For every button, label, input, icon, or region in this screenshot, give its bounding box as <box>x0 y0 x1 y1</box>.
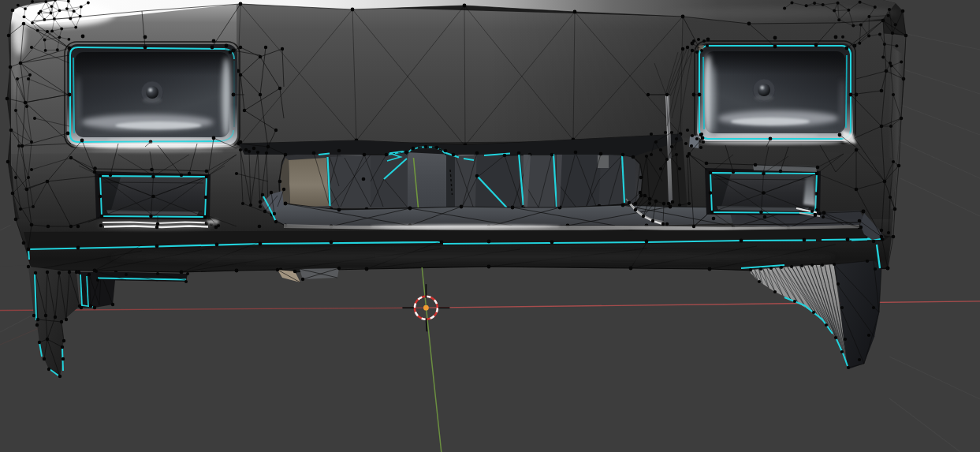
mesh-vertex[interactable] <box>274 129 278 132</box>
mesh-vertex[interactable] <box>810 210 814 213</box>
mesh-vertex[interactable] <box>851 24 855 28</box>
cursor-origin-dot[interactable] <box>423 305 429 311</box>
mesh-vertex[interactable] <box>155 226 159 230</box>
mesh-vertex[interactable] <box>46 271 49 274</box>
mesh-vertex[interactable] <box>385 153 389 157</box>
mesh-vertex[interactable] <box>99 224 103 228</box>
mesh-vertex[interactable] <box>17 144 20 148</box>
mesh-vertex[interactable] <box>866 260 869 263</box>
mesh-vertex[interactable] <box>793 300 796 303</box>
mesh-vertex[interactable] <box>650 153 653 156</box>
mesh-vertex[interactable] <box>628 201 631 204</box>
mesh-vertex[interactable] <box>783 7 786 10</box>
mesh-vertex[interactable] <box>76 246 80 250</box>
mesh-vertex[interactable] <box>60 320 63 323</box>
mesh-vertex[interactable] <box>16 77 19 80</box>
mesh-vertex[interactable] <box>895 44 898 47</box>
mesh-vertex[interactable] <box>61 357 65 360</box>
mesh-vertex[interactable] <box>276 268 279 271</box>
mesh-vertex[interactable] <box>56 48 59 51</box>
mesh-vertex[interactable] <box>278 180 282 184</box>
mesh-vertex[interactable] <box>87 2 90 5</box>
mesh-vertex[interactable] <box>263 210 266 213</box>
mesh-vertex[interactable] <box>867 35 870 38</box>
mesh-vertex[interactable] <box>7 34 11 38</box>
mesh-vertex[interactable] <box>773 290 777 293</box>
mesh-vertex[interactable] <box>678 167 681 170</box>
mesh-vertex[interactable] <box>58 35 61 39</box>
mesh-vertex[interactable] <box>812 311 815 314</box>
mesh-vertex[interactable] <box>452 153 456 157</box>
mesh-vertex[interactable] <box>65 318 68 321</box>
mesh-vertex[interactable] <box>50 12 53 15</box>
mesh-vertex[interactable] <box>47 368 50 371</box>
mesh-vertex[interactable] <box>706 44 709 47</box>
mesh-vertex[interactable] <box>351 8 355 12</box>
mesh-vertex[interactable] <box>700 133 703 136</box>
mesh-vertex[interactable] <box>38 341 41 344</box>
mesh-vertex[interactable] <box>259 93 262 96</box>
mesh-vertex[interactable] <box>758 280 761 283</box>
mesh-vertex[interactable] <box>665 158 669 161</box>
mesh-vertex[interactable] <box>878 33 881 36</box>
mesh-vertex[interactable] <box>662 202 665 205</box>
mesh-vertex[interactable] <box>892 93 895 96</box>
mesh-vertex[interactable] <box>670 145 673 148</box>
mesh-vertex[interactable] <box>249 204 252 207</box>
mesh-vertex[interactable] <box>65 7 69 10</box>
headlight-left-cyan-inner[interactable] <box>73 58 74 133</box>
mesh-vertex[interactable] <box>629 267 633 271</box>
mesh-vertex[interactable] <box>862 210 865 213</box>
cyan-edge[interactable] <box>851 240 867 241</box>
mesh-vertex[interactable] <box>872 306 875 309</box>
mesh-vertex[interactable] <box>681 47 684 50</box>
mesh-vertex[interactable] <box>833 9 836 13</box>
headlight-right-cyan-inner[interactable] <box>846 55 847 128</box>
mesh-vertex[interactable] <box>686 46 689 49</box>
mesh-vertex[interactable] <box>337 208 341 212</box>
mesh-vertex[interactable] <box>574 151 578 155</box>
mesh-vertex[interactable] <box>687 152 691 155</box>
mesh-vertex[interactable] <box>659 148 662 151</box>
mesh-vertex[interactable] <box>675 153 678 156</box>
mesh-vertex[interactable] <box>846 237 850 241</box>
mesh-vertex[interactable] <box>151 195 155 199</box>
mesh-vertex[interactable] <box>77 271 80 274</box>
mesh-vertex[interactable] <box>274 220 278 223</box>
mesh-vertex[interactable] <box>661 222 665 226</box>
mesh-vertex[interactable] <box>243 109 246 112</box>
mesh-vertex[interactable] <box>643 194 647 197</box>
mesh-vertex[interactable] <box>702 39 706 43</box>
mesh-vertex[interactable] <box>692 225 695 228</box>
mesh-vertex[interactable] <box>702 140 705 144</box>
mesh-vertex[interactable] <box>837 18 840 21</box>
mesh-vertex[interactable] <box>773 36 777 40</box>
mesh-vertex[interactable] <box>44 49 47 52</box>
mesh-vertex[interactable] <box>96 278 99 282</box>
mesh-vertex[interactable] <box>634 208 637 211</box>
mesh-vertex[interactable] <box>659 167 662 170</box>
mesh-vertex[interactable] <box>46 30 49 33</box>
mesh-vertex[interactable] <box>270 191 273 194</box>
mesh-vertex[interactable] <box>664 131 667 134</box>
mesh-vertex[interactable] <box>855 148 858 151</box>
mesh-vertex[interactable] <box>833 263 836 266</box>
mesh-vertex[interactable] <box>889 125 892 128</box>
mesh-vertex[interactable] <box>880 235 884 239</box>
mesh-vertex[interactable] <box>769 267 773 270</box>
mesh-vertex[interactable] <box>779 170 782 173</box>
mesh-vertex[interactable] <box>503 154 507 158</box>
mesh-vertex[interactable] <box>740 239 743 243</box>
mesh-vertex[interactable] <box>89 304 92 308</box>
mesh-vertex[interactable] <box>550 153 554 157</box>
mesh-vertex[interactable] <box>266 145 270 148</box>
mesh-vertex[interactable] <box>95 270 98 273</box>
mesh-vertex[interactable] <box>81 35 85 39</box>
mesh-vertex[interactable] <box>814 192 818 196</box>
mesh-vertex[interactable] <box>678 204 681 207</box>
mesh-vertex[interactable] <box>14 218 18 222</box>
mesh-vertex[interactable] <box>858 219 862 223</box>
mesh-vertex[interactable] <box>550 241 554 245</box>
mesh-vertex[interactable] <box>732 170 735 174</box>
cursor-crosshair-s[interactable] <box>426 318 427 331</box>
